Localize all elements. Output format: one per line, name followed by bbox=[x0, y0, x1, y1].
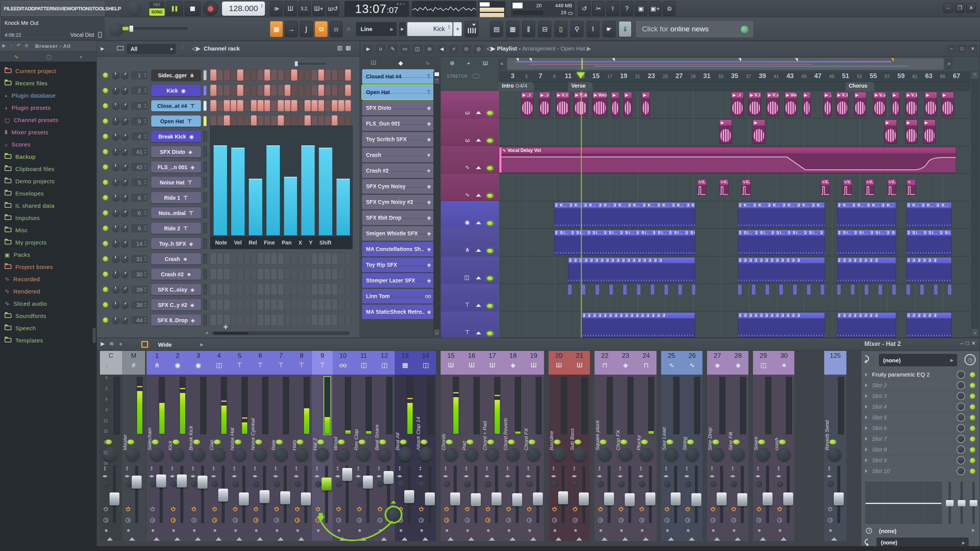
strip-fx-lamp-icon[interactable] bbox=[192, 508, 196, 511]
step-cell[interactable] bbox=[230, 115, 237, 127]
pat-song-toggle[interactable]: PAT SONG bbox=[149, 2, 165, 16]
strip-clock-icon[interactable] bbox=[756, 518, 761, 523]
shuffle-slider[interactable] bbox=[126, 28, 188, 30]
step-cell[interactable] bbox=[257, 69, 264, 81]
channel-mute-strip[interactable] bbox=[203, 162, 207, 172]
cpu-panel[interactable]: 20 449 MB 19 bbox=[511, 1, 575, 16]
strip-fader-track[interactable] bbox=[741, 466, 744, 523]
fx-slot-mix-knob[interactable] bbox=[957, 467, 965, 475]
strip-fader-track[interactable] bbox=[495, 466, 498, 523]
strip-header[interactable]: 11 ◫ bbox=[353, 351, 374, 375]
channel-enable-led[interactable] bbox=[103, 73, 108, 78]
step-cell[interactable] bbox=[278, 115, 284, 127]
step-cell[interactable] bbox=[217, 85, 224, 96]
strip-pan-knob[interactable] bbox=[398, 447, 412, 461]
strip-separation-arrows[interactable]: ▲▼ bbox=[273, 466, 278, 471]
strip-stereo-knob[interactable] bbox=[526, 481, 533, 487]
step-cell[interactable] bbox=[345, 253, 351, 264]
strip-fader-handle[interactable] bbox=[671, 492, 681, 505]
strip-separation-arrows[interactable]: ▲▼ bbox=[484, 466, 490, 471]
strip-mute-led[interactable] bbox=[152, 440, 158, 444]
step-cell[interactable] bbox=[251, 284, 257, 295]
channel-button[interactable]: Kick ◉ bbox=[151, 85, 201, 96]
strip-mute-led[interactable] bbox=[600, 440, 606, 444]
step-cell[interactable] bbox=[304, 85, 311, 96]
strip-header[interactable]: 4 ◫ bbox=[209, 351, 229, 375]
strip-pan-arrows[interactable]: ◀▶ bbox=[442, 474, 449, 478]
strip-stereo-knob[interactable] bbox=[336, 481, 342, 487]
strip-pan-arrows[interactable]: ◀▶ bbox=[231, 474, 238, 478]
strip-stereo-knob[interactable] bbox=[125, 481, 132, 487]
rack-menu-icon[interactable]: ▶ bbox=[101, 46, 104, 51]
step-cell[interactable] bbox=[210, 268, 217, 280]
audio-clip[interactable]: ▶ V..al bbox=[766, 92, 779, 116]
pat-label[interactable]: PAT bbox=[149, 2, 165, 8]
browser-back-icon[interactable]: ↶ bbox=[16, 43, 21, 48]
playlist-nav-icons[interactable]: ⊕ + Ш bbox=[450, 60, 493, 67]
fx-time-row[interactable]: (none) ▶ bbox=[861, 528, 980, 537]
strip-route-arrow[interactable] bbox=[154, 537, 160, 541]
strip-fx-lamp-icon[interactable] bbox=[274, 508, 279, 511]
mixer-strip[interactable]: 9 ⊤ Hat 2 ▲▼ ◀▶ bbox=[312, 351, 333, 541]
channel-button[interactable]: Noise Hat ⊤ bbox=[151, 177, 201, 188]
strip-separation-arrows[interactable]: ▲▼ bbox=[232, 466, 237, 471]
record-audio-button[interactable]: ⫯ bbox=[606, 1, 619, 16]
browser-item[interactable]: Impulses bbox=[2, 212, 93, 224]
pattern-clip[interactable]: Ǝ Ǝ Ǝ Ǝ Ǝ Ǝ Ǝ Ǝ bbox=[837, 257, 896, 282]
channel-mixer-number[interactable]: 6▲▼ bbox=[131, 208, 148, 218]
audio-clip[interactable]: ▶ Vocal bbox=[593, 92, 607, 116]
strip-pan-arrows[interactable]: ◀▶ bbox=[396, 474, 403, 478]
pattern-clip[interactable]: Ǝ Si.. Ǝ Si.. Ǝ Si.. Ǝ Si.. bbox=[837, 230, 896, 255]
strip-fader-handle[interactable] bbox=[645, 492, 655, 505]
project-info-panel[interactable]: Knock Me Out 4:06:22 Vocal Dist bbox=[1, 18, 105, 40]
mixer-strip[interactable]: 1 ⋔ Sidechain ▲▼ ◀▶ bbox=[147, 351, 167, 541]
step-cell[interactable] bbox=[311, 85, 318, 96]
step-cell[interactable] bbox=[311, 284, 318, 295]
step-cell[interactable] bbox=[271, 85, 277, 96]
download-button[interactable]: ⇓ bbox=[619, 21, 632, 37]
scroll-up-button[interactable]: ⌃ bbox=[972, 72, 978, 79]
step-cell[interactable] bbox=[291, 268, 297, 280]
step-cell[interactable] bbox=[278, 268, 284, 280]
strip-separation-arrows[interactable]: ▲▼ bbox=[149, 466, 154, 471]
graph-tab[interactable]: Fine bbox=[264, 240, 275, 246]
strip-pan-knob[interactable] bbox=[828, 447, 841, 461]
menu-item[interactable]: OPTIONS bbox=[71, 6, 92, 11]
mixer-strip[interactable]: 26 ∿ String ▲▼ ◀▶ bbox=[682, 351, 702, 541]
strip-pan-arrows[interactable]: ◀▶ bbox=[376, 474, 382, 478]
step-cell[interactable] bbox=[230, 85, 237, 96]
strip-mute-led[interactable] bbox=[779, 440, 786, 444]
strip-fader-handle[interactable] bbox=[156, 474, 166, 487]
zoom-icon[interactable]: ⊙ bbox=[461, 44, 471, 54]
step-cell[interactable] bbox=[304, 69, 311, 81]
strip-mute-led[interactable] bbox=[487, 440, 494, 444]
step-cell[interactable] bbox=[291, 115, 297, 127]
strip-pan-knob[interactable] bbox=[777, 447, 791, 461]
step-cell[interactable] bbox=[237, 115, 243, 127]
strip-fader-handle[interactable] bbox=[512, 493, 522, 506]
strip-fx-lamp-icon[interactable] bbox=[506, 508, 511, 511]
strip-pan-arrows[interactable]: ◀▶ bbox=[755, 474, 761, 478]
channel-pan-knob[interactable] bbox=[112, 148, 119, 155]
save-new-version-button[interactable]: ▣+ bbox=[649, 1, 662, 16]
picker-item[interactable]: Open Hat ⊤ bbox=[362, 85, 434, 99]
strip-fader-track[interactable] bbox=[242, 466, 245, 523]
strip-pan-knob[interactable] bbox=[756, 447, 770, 461]
strip-header[interactable]: 21 Ш bbox=[569, 351, 590, 375]
browser-item[interactable]: Packs bbox=[2, 248, 93, 261]
step-cell[interactable] bbox=[311, 314, 318, 326]
channel-mixer-number[interactable]: 30▲▼ bbox=[131, 269, 148, 279]
channel-mute-strip[interactable] bbox=[203, 300, 207, 310]
strip-header[interactable]: 23 ◈ bbox=[615, 351, 636, 375]
step-cell[interactable] bbox=[271, 253, 277, 264]
track-mute-led[interactable] bbox=[487, 221, 493, 226]
fx-slot-enable-led[interactable] bbox=[970, 404, 975, 409]
step-cell[interactable] bbox=[284, 268, 291, 280]
browser-item[interactable]: Demo projects bbox=[2, 175, 93, 187]
strip-pan-arrows[interactable]: ◀▶ bbox=[463, 474, 470, 478]
strip-clock-icon[interactable] bbox=[710, 518, 715, 523]
step-cell[interactable] bbox=[278, 314, 284, 326]
strip-route-arrow[interactable] bbox=[360, 537, 366, 541]
step-cell[interactable] bbox=[210, 115, 217, 127]
step-cell[interactable] bbox=[264, 284, 271, 295]
